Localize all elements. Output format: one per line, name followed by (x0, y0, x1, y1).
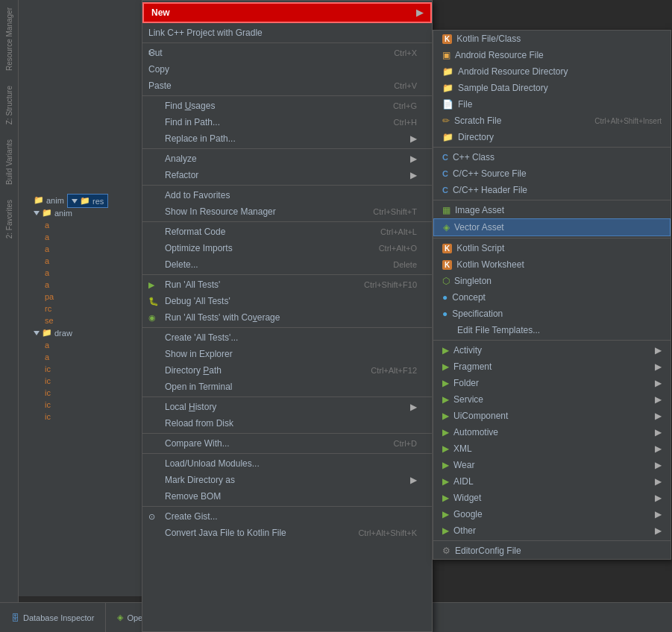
image-asset-icon: ▦ (442, 205, 450, 215)
sep-9 (142, 433, 432, 434)
res-folder-item[interactable]: 📁 res (67, 194, 108, 208)
submenu-google[interactable]: ▶ Google ▶ (433, 506, 671, 522)
cut-shortcut: Ctrl+X (394, 48, 417, 57)
widget-label: Widget (453, 493, 481, 503)
menu-debug-tests[interactable]: 🐛 Debug 'All Tests' (142, 293, 432, 309)
run-icon: ▶ (148, 280, 154, 290)
android-resource-dir-label: Android Resource Directory (458, 66, 568, 77)
submenu-image-asset[interactable]: ▦ Image Asset (433, 202, 671, 218)
submenu-uicomponent[interactable]: ▶ UiComponent ▶ (433, 408, 671, 424)
sidebar-label-build[interactable]: Build Variants (5, 139, 13, 185)
menu-create-tests[interactable]: Create 'All Tests'... (142, 329, 432, 346)
menu-run-tests[interactable]: ▶ Run 'All Tests' Ctrl+Shift+F10 (142, 276, 432, 293)
tree-anim-2[interactable]: 📁anim (30, 206, 160, 219)
menu-load-modules[interactable]: Load/Unload Modules... (142, 455, 432, 472)
link-cpp-label: Link C++ Project with Gradle (148, 28, 263, 38)
uicomponent-arrow: ▶ (655, 411, 662, 421)
submenu-fragment[interactable]: ▶ Fragment ▶ (433, 358, 671, 375)
menu-new[interactable]: New ▶ (142, 2, 432, 23)
menu-reformat[interactable]: Reformat Code Ctrl+Alt+L (142, 224, 432, 240)
submenu-android-resource-file[interactable]: ▣ Android Resource File (433, 47, 671, 63)
submenu-wear[interactable]: ▶ Wear ▶ (433, 457, 671, 473)
submenu-editorconfig[interactable]: ⚙ EditorConfig File (433, 543, 671, 559)
menu-reload[interactable]: Reload from Disk (142, 415, 432, 432)
submenu-directory[interactable]: 📁 Directory (433, 129, 671, 145)
mark-dir-arrow: ▶ (410, 475, 417, 485)
submenu-vector-asset[interactable]: ◈ Vector Asset (433, 218, 671, 236)
tree-draw[interactable]: 📁draw (30, 326, 160, 339)
sub-sep-3 (433, 238, 671, 238)
submenu-cpp-class[interactable]: C C++ Class (433, 149, 671, 165)
submenu-kotlin-script[interactable]: K Kotlin Script (433, 240, 671, 256)
submenu-automotive[interactable]: ▶ Automotive ▶ (433, 424, 671, 440)
submenu-scratch-file[interactable]: ✏ Scratch File Ctrl+Alt+Shift+Insert (433, 113, 671, 129)
submenu-specification[interactable]: ● Specification (433, 306, 671, 322)
aidl-arrow: ▶ (655, 476, 662, 487)
gist-icon: ⊙ (148, 512, 155, 522)
submenu-file[interactable]: 📄 File (433, 96, 671, 113)
submenu-cpp-source[interactable]: C C/C++ Source File (433, 165, 671, 182)
submenu-sample-data-dir[interactable]: 📁 Sample Data Directory (433, 80, 671, 96)
submenu-widget[interactable]: ▶ Widget ▶ (433, 490, 671, 506)
menu-delete[interactable]: Delete... Delete (142, 256, 432, 273)
submenu-kotlin-file[interactable]: K Kotlin File/Class (433, 31, 671, 47)
menu-cut[interactable]: ✂ Cut Ctrl+X (142, 45, 432, 61)
expand-icon-anim (34, 211, 40, 215)
kotlin-icon: K (442, 34, 452, 44)
menu-copy[interactable]: Copy (142, 61, 432, 78)
image-asset-label: Image Asset (455, 205, 504, 215)
menu-local-history[interactable]: Local History ▶ (142, 399, 432, 415)
menu-replace-path[interactable]: Replace in Path... ▶ (142, 130, 432, 147)
database-icon: 🗄 (11, 613, 19, 622)
vector-studio-icon: ◈ (117, 613, 123, 622)
menu-open-terminal[interactable]: Open in Terminal (142, 379, 432, 395)
menu-paste[interactable]: Paste Ctrl+V (142, 78, 432, 94)
local-history-arrow: ▶ (410, 402, 417, 412)
menu-run-coverage[interactable]: ◉ Run 'All Tests' with Coverage (142, 309, 432, 326)
sep-4 (142, 185, 432, 186)
kotlin-file-label: Kotlin File/Class (456, 34, 521, 44)
menu-compare[interactable]: Compare With... Ctrl+D (142, 435, 432, 452)
menu-refactor[interactable]: Refactor ▶ (142, 167, 432, 183)
menu-convert-kotlin[interactable]: Convert Java File to Kotlin File Ctrl+Al… (142, 525, 432, 541)
widget-icon: ▶ (442, 493, 449, 503)
submenu-xml[interactable]: ▶ XML ▶ (433, 440, 671, 457)
menu-find-path[interactable]: Find in Path... Ctrl+H (142, 114, 432, 130)
menu-link-cpp[interactable]: Link C++ Project with Gradle (142, 25, 432, 41)
submenu-folder[interactable]: ▶ Folder ▶ (433, 375, 671, 391)
create-tests-label: Create 'All Tests'... (165, 332, 238, 343)
menu-find-usages[interactable]: Find Usages Ctrl+G (142, 98, 432, 114)
submenu-aidl[interactable]: ▶ AIDL ▶ (433, 473, 671, 490)
menu-create-gist[interactable]: ⊙ Create Gist... (142, 508, 432, 525)
menu-analyze[interactable]: Analyze ▶ (142, 151, 432, 167)
menu-show-resource[interactable]: Show In Resource Manager Ctrl+Shift+T (142, 203, 432, 220)
submenu-singleton[interactable]: ⬡ Singleton (433, 273, 671, 289)
other-label: Other (453, 525, 476, 536)
submenu-android-resource-dir[interactable]: 📁 Android Resource Directory (433, 63, 671, 80)
menu-mark-dir[interactable]: Mark Directory as ▶ (142, 472, 432, 488)
sample-data-icon: 📁 (442, 83, 453, 93)
database-inspector-item[interactable]: 🗄 Database Inspector (0, 603, 106, 632)
menu-dir-path[interactable]: Directory Path Ctrl+Alt+F12 (142, 362, 432, 379)
submenu-activity[interactable]: ▶ Activity ▶ (433, 342, 671, 358)
automotive-arrow: ▶ (655, 427, 662, 437)
convert-kotlin-label: Convert Java File to Kotlin File (165, 528, 286, 538)
automotive-label: Automotive (453, 427, 498, 437)
sidebar-label-favorites[interactable]: 2: Favorites (5, 200, 13, 238)
submenu-other[interactable]: ▶ Other ▶ (433, 522, 671, 539)
menu-remove-bom[interactable]: Remove BOM (142, 488, 432, 505)
sidebar-label-structure[interactable]: Z: Structure (5, 86, 13, 124)
uicomponent-label: UiComponent (453, 411, 508, 421)
menu-optimize[interactable]: Optimize Imports Ctrl+Alt+O (142, 240, 432, 256)
cpp-source-label: C/C++ Source File (453, 168, 527, 179)
submenu-edit-templates[interactable]: Edit File Templates... (433, 322, 671, 338)
sidebar-label-resource[interactable]: Resource Manager (5, 7, 13, 71)
menu-add-favorites[interactable]: Add to Favorites (142, 187, 432, 203)
other-arrow: ▶ (655, 525, 662, 536)
submenu-concept[interactable]: ● Concept (433, 289, 671, 306)
menu-show-explorer[interactable]: Show in Explorer (142, 346, 432, 362)
fragment-arrow: ▶ (655, 361, 662, 372)
submenu-kotlin-worksheet[interactable]: K Kotlin Worksheet (433, 256, 671, 273)
submenu-service[interactable]: ▶ Service ▶ (433, 391, 671, 408)
submenu-cpp-header[interactable]: C C/C++ Header File (433, 182, 671, 198)
